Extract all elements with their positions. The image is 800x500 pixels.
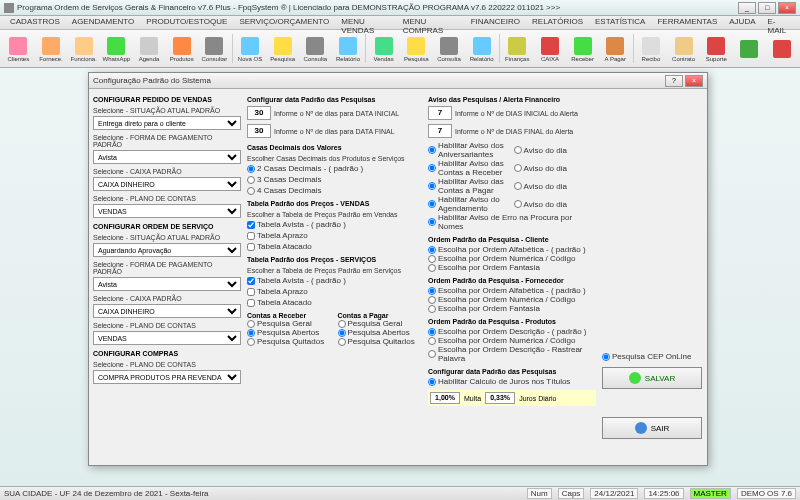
- menu-relatórios[interactable]: RELATÓRIOS: [526, 16, 589, 29]
- tool-suporte[interactable]: Suporte: [700, 32, 733, 66]
- exit-icon: [635, 422, 647, 434]
- radio-cr-abertos[interactable]: Pesquisa Abertos: [247, 328, 332, 337]
- pct-multa[interactable]: 1,00%: [430, 392, 460, 404]
- chk-serv-avista[interactable]: Tabela Avista - ( padrão ): [247, 276, 422, 285]
- tool-funciona.[interactable]: Funciona.: [67, 32, 100, 66]
- tool-vendas[interactable]: Vendas: [367, 32, 400, 66]
- menu-estatística[interactable]: ESTATÍSTICA: [589, 16, 651, 29]
- tool-caixa[interactable]: CAIXA: [534, 32, 567, 66]
- dialog-help-button[interactable]: ?: [665, 75, 683, 87]
- radio-cp-geral[interactable]: Pesquisa Geral: [338, 319, 423, 328]
- tool-clientes[interactable]: Clientes: [2, 32, 35, 66]
- tool-whatsapp[interactable]: WhatsApp: [100, 32, 133, 66]
- radio-of-2[interactable]: Escolha por Ordem Fantasia: [428, 304, 596, 313]
- sel-plano-vendas[interactable]: VENDAS: [93, 204, 241, 218]
- menu-agendamento[interactable]: AGENDAMENTO: [66, 16, 141, 29]
- tool-agenda[interactable]: Agenda: [133, 32, 166, 66]
- tool-pesquisa[interactable]: Pesquisa: [400, 32, 433, 66]
- radio-of-1[interactable]: Escolha por Ordem Numérica / Código: [428, 295, 596, 304]
- tool-a pagar[interactable]: A Pagar: [599, 32, 632, 66]
- status-caps: Caps: [558, 488, 585, 499]
- radio-avisodia-0[interactable]: Aviso do dia: [514, 146, 597, 155]
- radio-aviso-2[interactable]: Habilitar Aviso das Contas a Pagar: [428, 177, 511, 195]
- exit-button[interactable]: SAIR: [602, 417, 702, 439]
- tool-produtos[interactable]: Produtos: [165, 32, 198, 66]
- sel-pagto-vendas[interactable]: Avista: [93, 150, 241, 164]
- radio-oc-1[interactable]: Escolha por Ordem Numérica / Código: [428, 254, 596, 263]
- hdr-compras: CONFIGURAR COMPRAS: [93, 350, 241, 357]
- chk-serv-aprazo[interactable]: Tabela Aprazo: [247, 287, 422, 296]
- radio-cr-geral[interactable]: Pesquisa Geral: [247, 319, 332, 328]
- num-dias-final[interactable]: 30: [247, 124, 271, 138]
- tool-consulta[interactable]: Consulta: [299, 32, 332, 66]
- sel-caixa-vendas[interactable]: CAIXA DINHEIRO: [93, 177, 241, 191]
- menu-financeiro[interactable]: FINANCEIRO: [465, 16, 526, 29]
- num-alerta-final[interactable]: 7: [428, 124, 452, 138]
- close-button[interactable]: ×: [778, 2, 796, 14]
- sel-situacao-os[interactable]: Aguardando Aprovação: [93, 243, 241, 257]
- radio-cp-abertos[interactable]: Pesquisa Abertos: [338, 328, 423, 337]
- menu-ferramentas[interactable]: FERRAMENTAS: [651, 16, 723, 29]
- chk-vendas-avista[interactable]: Tabela Avista - ( padrão ): [247, 220, 422, 229]
- tool-contrato[interactable]: Contrato: [667, 32, 700, 66]
- chk-vendas-atacado[interactable]: Tabela Atacado: [247, 242, 422, 251]
- chk-serv-atacado[interactable]: Tabela Atacado: [247, 298, 422, 307]
- radio-aviso-4[interactable]: Habilitar Aviso de Erro na Procura por N…: [428, 213, 596, 231]
- menu-menu compras[interactable]: MENU COMPRAS: [397, 16, 465, 29]
- save-button[interactable]: SALVAR: [602, 367, 702, 389]
- tool-consultar[interactable]: Consultar: [198, 32, 231, 66]
- tool-btn22[interactable]: [733, 32, 766, 66]
- sel-plano-compras[interactable]: COMPRA PRODUTOS PRA REVENDA: [93, 370, 241, 384]
- radio-aviso-0[interactable]: Habilitar Aviso dos Aniversariantes: [428, 141, 511, 159]
- sel-pagto-os[interactable]: Avista: [93, 277, 241, 291]
- menu-produto/estoque[interactable]: PRODUTO/ESTOQUE: [140, 16, 233, 29]
- lbl-caixa-os: Selecione - CAIXA PADRÃO: [93, 295, 241, 302]
- menu-cadastros[interactable]: CADASTROS: [4, 16, 66, 29]
- tool-recibo[interactable]: Recibo: [635, 32, 668, 66]
- tool-icon: [440, 37, 458, 55]
- radio-op-0[interactable]: Escolha por Ordem Descrição - ( padrão ): [428, 327, 596, 336]
- pct-juros[interactable]: 0,33%: [485, 392, 515, 404]
- radio-cr-quitados[interactable]: Pesquisa Quitados: [247, 337, 332, 346]
- radio-aviso-3[interactable]: Habilitar Aviso do Agendamento: [428, 195, 511, 213]
- num-alerta-inicial[interactable]: 7: [428, 106, 452, 120]
- maximize-button[interactable]: □: [758, 2, 776, 14]
- radio-avisodia-3[interactable]: Aviso do dia: [514, 200, 597, 209]
- tool-finanças[interactable]: Finanças: [501, 32, 534, 66]
- radio-op-2[interactable]: Escolha por Ordem Descrição - Rastrear P…: [428, 345, 596, 363]
- radio-avisodia-2[interactable]: Aviso do dia: [514, 182, 597, 191]
- tool-nova os[interactable]: Nova OS: [234, 32, 267, 66]
- sel-plano-os[interactable]: VENDAS: [93, 331, 241, 345]
- radio-aviso-1[interactable]: Habilitar Aviso das Contas a Receber: [428, 159, 511, 177]
- radio-3casas[interactable]: 3 Casas Decimais: [247, 175, 422, 184]
- radio-avisodia-1[interactable]: Aviso do dia: [514, 164, 597, 173]
- radio-cep-online[interactable]: Pesquisa CEP OnLine: [602, 352, 702, 361]
- radio-cp-quitados[interactable]: Pesquisa Quitados: [338, 337, 423, 346]
- tool-label: Pesquisa: [270, 56, 295, 62]
- window-titlebar: Programa Ordem de Serviços Gerais & Fina…: [0, 0, 800, 16]
- menu-serviço/orçamento[interactable]: SERVIÇO/ORÇAMENTO: [233, 16, 335, 29]
- tool-pesquisa[interactable]: Pesquisa: [266, 32, 299, 66]
- num-dias-inicial[interactable]: 30: [247, 106, 271, 120]
- minimize-button[interactable]: _: [738, 2, 756, 14]
- radio-of-0[interactable]: Escolha por Ordem Alfabética - ( padrão …: [428, 286, 596, 295]
- tool-relatório[interactable]: Relatório: [465, 32, 498, 66]
- tool-relatório[interactable]: Relatório: [332, 32, 365, 66]
- tool-receber[interactable]: Receber: [566, 32, 599, 66]
- chk-vendas-aprazo[interactable]: Tabela Aprazo: [247, 231, 422, 240]
- menu-ajuda[interactable]: AJUDA: [723, 16, 761, 29]
- menu-e-mail[interactable]: E-MAIL: [762, 16, 797, 29]
- sel-situacao-vendas[interactable]: Entrega direto para o cliente: [93, 116, 241, 130]
- radio-2casas[interactable]: 2 Casas Decimais - ( padrão ): [247, 164, 422, 173]
- tool-btn23[interactable]: [765, 32, 798, 66]
- sel-caixa-os[interactable]: CAIXA DINHEIRO: [93, 304, 241, 318]
- radio-4casas[interactable]: 4 Casas Decimais: [247, 186, 422, 195]
- radio-oc-0[interactable]: Escolha por Ordem Alfabética - ( padrão …: [428, 245, 596, 254]
- radio-habilitar-juros[interactable]: Habilitar Calculo de Juros nos Títulos: [428, 377, 596, 386]
- radio-op-1[interactable]: Escolha por Ordem Numérica / Código: [428, 336, 596, 345]
- menu-menu vendas[interactable]: MENU VENDAS: [335, 16, 397, 29]
- dialog-close-button[interactable]: ×: [685, 75, 703, 87]
- tool-consulta[interactable]: Consulta: [433, 32, 466, 66]
- tool-fornece.[interactable]: Fornece.: [35, 32, 68, 66]
- radio-oc-2[interactable]: Escolha por Ordem Fantasia: [428, 263, 596, 272]
